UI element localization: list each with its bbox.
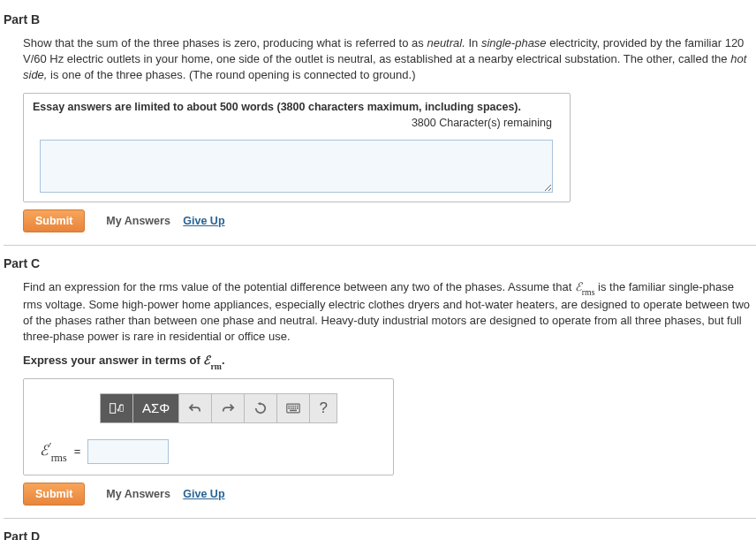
svg-rect-11	[295, 407, 297, 409]
essay-remaining-text: 3800 Character(s) remaining	[33, 117, 561, 129]
reset-icon	[253, 402, 268, 415]
text: Show that the sum of the three phases is…	[23, 36, 427, 49]
part-c-actions: Submit My Answers Give Up	[23, 483, 756, 506]
separator	[4, 518, 756, 519]
svg-rect-7	[297, 406, 299, 407]
svg-rect-12	[297, 407, 299, 409]
svg-rect-10	[292, 407, 294, 409]
greek-button[interactable]: ΑΣΦ	[133, 394, 179, 422]
redo-icon	[221, 402, 235, 415]
redo-button[interactable]	[212, 394, 245, 422]
svg-rect-13	[290, 410, 297, 412]
svg-rect-4	[291, 406, 292, 407]
reset-button[interactable]	[245, 394, 277, 422]
part-d: Part D	[4, 529, 756, 540]
answer-variable-label: ℰ′rms	[40, 440, 67, 463]
text: Find an expression for the rms value of …	[23, 280, 575, 293]
text: .	[222, 354, 225, 367]
svg-rect-8	[289, 407, 291, 409]
answer-row: ℰ′rms =	[40, 439, 377, 464]
e-rms-symbol: ℰrms	[575, 280, 595, 293]
keyboard-icon	[286, 402, 300, 415]
help-button[interactable]: ?	[310, 394, 336, 422]
expression-toolbar: ΑΣΦ ?	[100, 393, 337, 423]
part-c-prompt: Find an expression for the rms value of …	[23, 279, 756, 346]
part-c: Part C Find an expression for the rms va…	[4, 256, 756, 506]
svg-rect-0	[110, 404, 116, 414]
text-italic: neutral.	[427, 36, 465, 49]
part-c-instruction: Express your answer in terms of ℰrm.	[23, 354, 756, 369]
my-answers-text: My Answers	[106, 215, 170, 227]
expression-container: ΑΣΦ ? ℰ′rms =	[23, 378, 394, 475]
part-b-actions: Submit My Answers Give Up	[23, 209, 756, 232]
keyboard-button[interactable]	[277, 394, 310, 422]
undo-icon	[188, 402, 202, 415]
separator	[4, 245, 756, 246]
fraction-root-icon	[110, 402, 124, 415]
part-b-header: Part B	[4, 12, 756, 27]
template-button[interactable]	[101, 394, 133, 422]
submit-button[interactable]: Submit	[23, 483, 85, 506]
e-rm-symbol: ℰrm	[203, 354, 221, 367]
give-up-link[interactable]: Give Up	[183, 215, 224, 227]
undo-button[interactable]	[179, 394, 212, 422]
svg-rect-3	[289, 406, 291, 407]
actions-right: My Answers Give Up	[106, 214, 224, 227]
equals-text: =	[74, 445, 81, 458]
essay-limit-text: Essay answers are limited to about 500 w…	[33, 101, 561, 117]
part-c-header: Part C	[4, 256, 756, 270]
give-up-link[interactable]: Give Up	[183, 488, 224, 500]
part-b: Part B Show that the sum of the three ph…	[4, 12, 756, 232]
answer-input[interactable]	[87, 439, 169, 464]
part-b-prompt: Show that the sum of the three phases is…	[23, 35, 756, 84]
text: is one of the three phases. (The round o…	[47, 68, 415, 81]
my-answers-text: My Answers	[106, 488, 170, 500]
essay-container: Essay answers are limited to about 500 w…	[23, 93, 571, 202]
svg-rect-1	[120, 406, 123, 412]
text: In	[465, 36, 481, 49]
svg-rect-9	[291, 407, 292, 409]
svg-rect-5	[292, 406, 294, 407]
submit-button[interactable]: Submit	[23, 209, 85, 232]
svg-rect-6	[295, 406, 297, 407]
part-d-header: Part D	[4, 529, 756, 540]
essay-textarea[interactable]	[40, 140, 553, 193]
text: Express your answer in terms of	[23, 354, 203, 367]
text-italic: single-phase	[481, 36, 547, 49]
actions-right: My Answers Give Up	[106, 487, 224, 500]
